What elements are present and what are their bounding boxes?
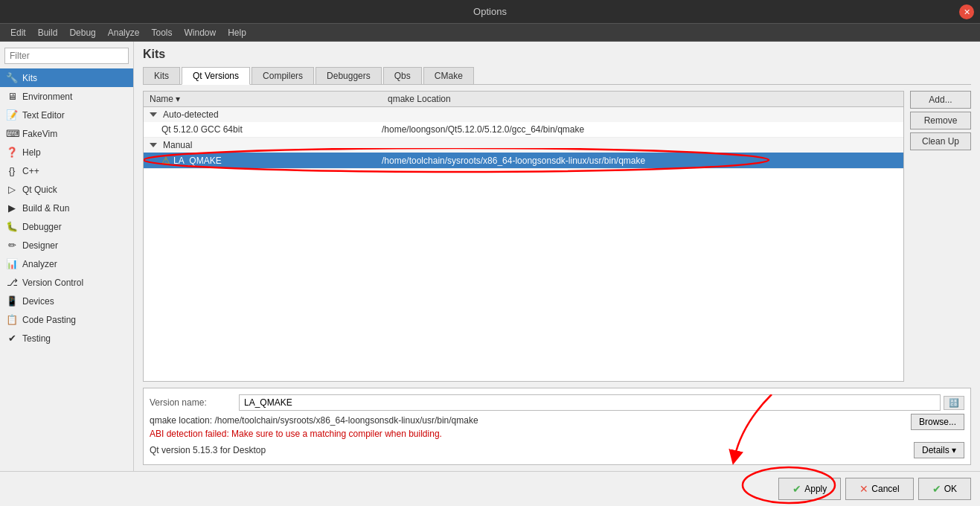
sidebar-label-cpp: C++ — [22, 166, 39, 176]
sidebar-label-debugger: Debugger — [22, 222, 62, 232]
remove-button[interactable]: Remove — [910, 112, 971, 129]
ok-button[interactable]: ✔ OK — [918, 478, 971, 500]
menu-window[interactable]: Window — [178, 26, 222, 39]
sidebar-label-kits: Kits — [22, 73, 37, 83]
tab-cmake[interactable]: CMake — [423, 67, 474, 84]
testing-icon: ✔ — [6, 333, 18, 344]
ok-label: OK — [944, 484, 957, 494]
sidebar-item-help[interactable]: ❓ Help — [0, 143, 133, 161]
sidebar-item-environment[interactable]: 🖥 Environment — [0, 87, 133, 106]
qt-quick-icon: ▷ — [6, 184, 18, 195]
dialog-footer: ✔ Apply ✕ Cancel ✔ OK — [0, 471, 980, 506]
sidebar-item-analyzer[interactable]: 📊 Analyzer — [0, 254, 133, 273]
sidebar-label-analyzer: Analyzer — [22, 259, 57, 269]
sidebar-item-debugger[interactable]: 🐛 Debugger — [0, 217, 133, 236]
cancel-label: Cancel — [871, 484, 899, 494]
sidebar: 🔧 Kits 🖥 Environment 📝 Text Editor ⌨ Fak… — [0, 42, 134, 471]
cleanup-button[interactable]: Clean Up — [910, 132, 971, 150]
tab-qbs[interactable]: Qbs — [383, 67, 422, 84]
sidebar-label-testing: Testing — [22, 333, 51, 344]
version-control-icon: ⎇ — [6, 277, 18, 288]
qt-versions-table[interactable]: Name ▾ qmake Location Auto-detected Qt 5… — [143, 91, 904, 382]
details-footer: Qt version 5.15.3 for Desktop Details ▾ — [150, 442, 964, 458]
details-button[interactable]: Details ▾ — [914, 442, 964, 458]
sidebar-item-code-pasting[interactable]: 📋 Code Pasting — [0, 310, 133, 329]
sidebar-item-build-run[interactable]: ▶ Build & Run — [0, 199, 133, 217]
qt-version-label: Qt version 5.15.3 for Desktop — [150, 445, 266, 455]
sidebar-label-build-run: Build & Run — [22, 203, 69, 214]
menubar: Edit Build Debug Analyze Tools Window He… — [0, 24, 980, 42]
qmake-location-label: qmake location: — [150, 415, 212, 426]
sidebar-item-text-editor[interactable]: 📝 Text Editor — [0, 106, 133, 124]
abi-warning: ABI detection failed: Make sure to use a… — [150, 429, 964, 439]
row-name-la-qmake: ⚠ LA_QMAKE — [161, 155, 382, 166]
designer-icon: ✏ — [6, 240, 18, 251]
dialog-title: Options — [473, 6, 507, 17]
sidebar-label-devices: Devices — [22, 296, 54, 307]
version-name-label: Version name: — [150, 397, 239, 408]
menu-tools[interactable]: Tools — [145, 26, 178, 39]
add-button[interactable]: Add... — [910, 91, 971, 109]
table-row-selected[interactable]: ⚠ LA_QMAKE /home/toolchain/sysroots/x86_… — [144, 153, 903, 169]
sidebar-item-fakevim[interactable]: ⌨ FakeVim — [0, 124, 133, 143]
fakevim-icon: ⌨ — [6, 128, 18, 139]
apply-label: Apply — [804, 484, 827, 494]
version-name-icon-btn[interactable]: 🔠 — [944, 396, 964, 410]
table-row[interactable]: Qt 5.12.0 GCC 64bit /home/loongson/Qt5.1… — [144, 122, 903, 138]
tab-kits[interactable]: Kits — [143, 67, 180, 84]
dialog: 🔧 Kits 🖥 Environment 📝 Text Editor ⌨ Fak… — [0, 42, 980, 506]
tab-qt-versions[interactable]: Qt Versions — [182, 67, 250, 85]
sidebar-item-devices[interactable]: 📱 Devices — [0, 292, 133, 310]
code-pasting-icon: 📋 — [6, 314, 18, 325]
cancel-x-icon: ✕ — [859, 483, 868, 495]
menu-edit[interactable]: Edit — [4, 26, 32, 39]
right-buttons: Add... Remove Clean Up — [904, 91, 971, 382]
menu-build[interactable]: Build — [32, 26, 64, 39]
filter-input[interactable] — [4, 48, 129, 64]
sidebar-item-version-control[interactable]: ⎇ Version Control — [0, 273, 133, 292]
qmake-location-row: qmake location: /home/toolchain/sysroots… — [150, 415, 964, 426]
sidebar-label-fakevim: FakeVim — [22, 129, 57, 139]
sidebar-label-text-editor: Text Editor — [22, 110, 65, 121]
sidebar-label-environment: Environment — [22, 92, 72, 102]
browse-button[interactable]: Browse... — [911, 414, 964, 430]
group-manual-label: Manual — [163, 140, 192, 150]
menu-debug[interactable]: Debug — [63, 26, 101, 39]
text-editor-icon: 📝 — [6, 109, 18, 121]
content-row: Name ▾ qmake Location Auto-detected Qt 5… — [143, 91, 971, 382]
analyzer-icon: 📊 — [6, 258, 18, 269]
sidebar-label-code-pasting: Code Pasting — [22, 315, 76, 325]
tabs-bar: Kits Qt Versions Compilers Debuggers Qbs… — [143, 67, 971, 85]
menu-analyze[interactable]: Analyze — [102, 26, 146, 39]
sidebar-label-qt-quick: Qt Quick — [22, 185, 57, 195]
row-path-qt5: /home/loongson/Qt5.12.0/5.12.0/gcc_64/bi… — [382, 124, 897, 135]
titlebar: Options ✕ — [0, 0, 980, 24]
table-header: Name ▾ qmake Location — [144, 92, 903, 107]
cancel-button[interactable]: ✕ Cancel — [845, 478, 913, 500]
ok-check-icon: ✔ — [932, 483, 941, 495]
group-auto-detected-label: Auto-detected — [163, 109, 219, 120]
sidebar-label-designer: Designer — [22, 240, 58, 251]
details-section: Version name: 🔠 qmake location: /home/to… — [143, 388, 971, 465]
apply-button[interactable]: ✔ Apply — [778, 478, 841, 500]
sidebar-item-cpp[interactable]: {} C++ — [0, 161, 133, 180]
panel-title: Kits — [143, 48, 971, 61]
version-name-input[interactable] — [239, 394, 941, 411]
tab-compilers[interactable]: Compilers — [252, 67, 314, 84]
close-button[interactable]: ✕ — [959, 4, 974, 19]
col-header-qmake: qmake Location — [388, 94, 897, 104]
cpp-icon: {} — [6, 165, 18, 176]
menu-help[interactable]: Help — [222, 26, 252, 39]
row-path-la-qmake: /home/toolchain/sysroots/x86_64-loongson… — [382, 156, 897, 166]
dialog-content: 🔧 Kits 🖥 Environment 📝 Text Editor ⌨ Fak… — [0, 42, 980, 471]
help-icon: ❓ — [6, 147, 18, 158]
group-manual[interactable]: Manual — [144, 138, 903, 153]
sidebar-item-kits[interactable]: 🔧 Kits — [0, 68, 133, 87]
sidebar-item-designer[interactable]: ✏ Designer — [0, 236, 133, 254]
sidebar-item-testing[interactable]: ✔ Testing — [0, 329, 133, 348]
row-name-qt5: Qt 5.12.0 GCC 64bit — [161, 124, 382, 135]
main-panel: Kits Kits Qt Versions Compilers Debugger… — [134, 42, 980, 471]
tab-debuggers[interactable]: Debuggers — [316, 67, 382, 84]
group-auto-detected[interactable]: Auto-detected — [144, 107, 903, 122]
sidebar-item-qt-quick[interactable]: ▷ Qt Quick — [0, 180, 133, 199]
